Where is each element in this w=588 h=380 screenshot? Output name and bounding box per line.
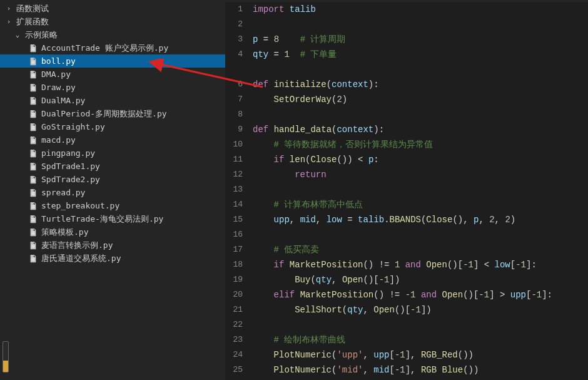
token-op: (), — [452, 215, 474, 225]
file-item[interactable]: 策略模板.py — [0, 225, 225, 239]
file-icon — [28, 136, 39, 145]
file-item[interactable]: 麦语言转换示例.py — [0, 239, 225, 252]
code-line[interactable]: # 等待数据就绪，否则计算果结为异常值 — [253, 137, 588, 152]
line-number: 3 — [225, 32, 243, 47]
file-item[interactable]: TurtleTrade-海龟交易法则.py — [0, 212, 225, 225]
token-ident: qty — [253, 49, 268, 59]
token-cmt: # 计算布林带高中低点 — [274, 200, 363, 210]
code-line[interactable]: # 低买高卖 — [253, 242, 588, 257]
code-editor[interactable]: 1234 67891011121314151617181920212223242… — [225, 0, 588, 380]
token-op: () != — [363, 260, 394, 270]
token-op: ) — [342, 95, 347, 105]
file-item[interactable]: SpdTrade1.py — [0, 160, 225, 173]
code-line[interactable] — [253, 182, 588, 197]
file-icon — [28, 44, 39, 53]
code-line[interactable]: if len(Close()) < p: — [253, 152, 588, 167]
file-item[interactable]: spread.py — [0, 186, 225, 199]
line-number: 14 — [225, 197, 243, 212]
code-line[interactable]: PlotNumeric('upp', upp[-1], RGB_Red()) — [253, 347, 588, 362]
code-line[interactable]: PlotNumeric('mid', mid[-1], RGB Blue()) — [253, 362, 588, 377]
token-num: 2 — [489, 215, 494, 225]
token-fn: PlotNumeric — [274, 365, 332, 375]
code-line[interactable]: def initialize(context): — [253, 77, 588, 92]
file-item[interactable]: SpdTrade2.py — [0, 173, 225, 186]
file-icon — [28, 70, 39, 79]
token-op: ] > — [489, 290, 510, 300]
file-item[interactable]: GoStraight.py — [0, 120, 225, 133]
code-line[interactable]: upp, mid, low = talib.BBANDS(Close(), p,… — [253, 212, 588, 227]
file-label: 唐氏通道交易系统.py — [41, 253, 121, 264]
file-explorer[interactable]: ›函数测试›扩展函数⌄示例策略 AccountTrade 账户交易示例.pybo… — [0, 0, 225, 380]
folder-label: 示例策略 — [25, 29, 58, 41]
line-number: 24 — [225, 347, 243, 362]
token-ident: context — [337, 125, 373, 135]
token-ident: low — [327, 215, 342, 225]
token-num: -1 — [463, 260, 474, 270]
token-fn: RGB_Red — [421, 350, 458, 360]
file-item[interactable]: pingpang.py — [0, 146, 225, 160]
file-item[interactable]: step_breakout.py — [0, 199, 225, 212]
code-line[interactable]: def handle_data(context): — [253, 122, 588, 137]
file-item[interactable]: macd.py — [0, 133, 225, 146]
file-item[interactable]: DualMA.py — [0, 94, 225, 107]
code-line[interactable]: elif MarketPosition() != -1 and Open()[-… — [253, 287, 588, 302]
file-icon — [28, 96, 39, 105]
token-op — [284, 155, 289, 165]
code-line[interactable]: return — [253, 167, 588, 182]
code-line[interactable] — [253, 317, 588, 332]
token-ident: low — [495, 260, 510, 270]
code-line[interactable]: if MarketPosition() != 1 and Open()[-1] … — [253, 257, 588, 272]
token-ident: upp — [274, 215, 290, 225]
file-item[interactable]: DMA.py — [0, 68, 225, 81]
file-item[interactable]: 唐氏通道交易系统.py — [0, 252, 225, 265]
chevron-down-icon[interactable]: ⌄ — [13, 31, 23, 39]
file-item[interactable]: DualPeriod-多周期数据处理.py — [0, 107, 225, 120]
token-kw: elif — [274, 290, 295, 300]
chevron-right-icon[interactable]: › — [4, 18, 14, 26]
token-op: , — [363, 305, 373, 315]
folder-item[interactable]: ›函数测试 — [0, 2, 225, 15]
file-icon — [28, 162, 39, 171]
code-line[interactable]: # 绘制布林带曲线 — [253, 332, 588, 347]
token-fn: BBANDS — [390, 215, 421, 225]
line-number: 21 — [225, 302, 243, 317]
file-item[interactable]: boll.py — [0, 54, 225, 68]
token-ident: mid — [373, 365, 389, 375]
line-number: 10 — [225, 137, 243, 152]
code-line[interactable] — [253, 17, 588, 32]
indicator-meter — [3, 341, 9, 372]
code-line[interactable]: p = 8 # 计算周期 — [253, 32, 588, 47]
code-line[interactable] — [253, 107, 588, 122]
line-number: 20 — [225, 287, 243, 302]
file-label: boll.py — [41, 56, 76, 66]
line-number: 15 — [225, 212, 243, 227]
token-op: () != — [373, 290, 405, 300]
token-kw: return — [295, 170, 326, 180]
code-body[interactable]: import talib p = 8 # 计算周期qty = 1 # 下单量 d… — [253, 2, 588, 380]
file-icon — [28, 241, 39, 250]
file-icon — [28, 228, 39, 237]
code-line[interactable]: import talib — [253, 2, 588, 17]
file-item[interactable]: AccountTrade 账户交易示例.py — [0, 41, 225, 54]
chevron-right-icon[interactable]: › — [4, 4, 14, 13]
token-op — [290, 49, 300, 59]
code-line[interactable] — [253, 62, 588, 77]
folder-item[interactable]: ⌄示例策略 — [0, 28, 225, 41]
folder-item[interactable]: ›扩展函数 — [0, 15, 225, 28]
file-label: pingpang.py — [41, 148, 95, 158]
code-line[interactable]: Buy(qty, Open()[-1]) — [253, 272, 588, 287]
code-line[interactable]: SetOrderWay(2) — [253, 92, 588, 107]
token-op: ]: — [542, 290, 552, 300]
token-op — [253, 260, 274, 270]
token-op: , — [363, 365, 373, 375]
file-label: DualMA.py — [41, 96, 85, 105]
line-number: 6 — [225, 77, 243, 92]
code-line[interactable]: # 计算布林带高中低点 — [253, 197, 588, 212]
token-fn: SetOrderWay — [274, 95, 332, 105]
code-line[interactable] — [253, 227, 588, 242]
token-fn: PlotNumeric — [274, 350, 332, 360]
token-kw: def — [253, 125, 268, 135]
file-item[interactable]: Draw.py — [0, 81, 225, 94]
code-line[interactable]: qty = 1 # 下单量 — [253, 47, 588, 62]
code-line[interactable]: SellShort(qty, Open()[-1]) — [253, 302, 588, 317]
